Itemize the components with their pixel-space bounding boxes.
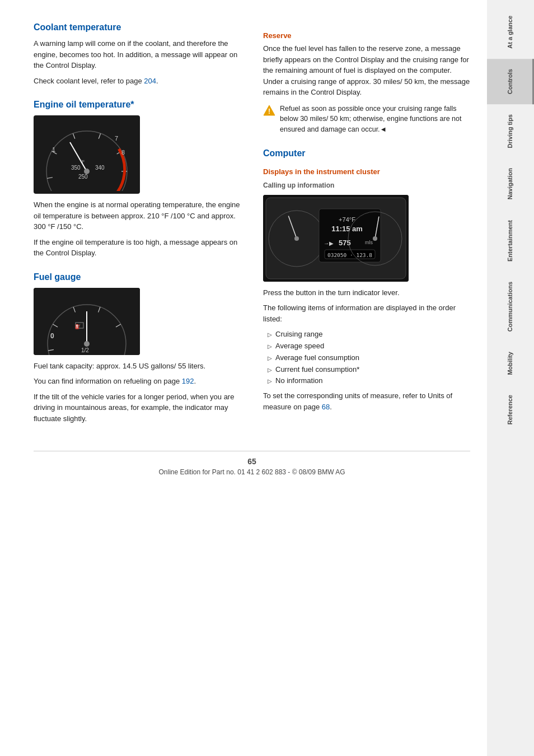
svg-text:→▶: →▶ — [324, 240, 334, 246]
computer-heading: Computer — [263, 148, 470, 158]
fuel-link[interactable]: 192 — [182, 377, 194, 385]
col-right: Reserve Once the fuel level has fallen t… — [263, 22, 470, 428]
calling-up-heading: Calling up information — [263, 181, 470, 189]
coolant-body2: Check coolant level, refer to page 204. — [34, 76, 241, 87]
warning-triangle-icon: ! — [263, 104, 275, 116]
svg-text:032050 · 123.8: 032050 · 123.8 — [327, 252, 372, 258]
main-content: Coolant temperature A warning lamp will … — [0, 0, 487, 756]
gauge-svg: 1 7 8 350 340 250 °F — [36, 118, 137, 191]
displays-sub-heading: Displays in the instrument cluster — [263, 167, 470, 176]
svg-text:!: ! — [268, 108, 270, 115]
svg-point-48 — [373, 236, 377, 241]
sidebar-tab-controls[interactable]: Controls — [487, 59, 534, 104]
reserve-body1: Once the fuel level has fallen to the re… — [263, 43, 470, 98]
svg-text:7: 7 — [115, 135, 118, 142]
fuel-body1: Fuel tank capacity: approx. 14.5 US gall… — [34, 361, 241, 372]
sidebar-tab-entertainment[interactable]: Entertainment — [487, 210, 534, 272]
fuel-gauge-image: 0 1/2 ⛽ — [34, 288, 140, 355]
svg-text:mls: mls — [365, 240, 373, 245]
list-item: Cruising range — [263, 329, 470, 340]
sidebar-tab-navigation[interactable]: Navigation — [487, 158, 534, 209]
list-item: No information — [263, 375, 470, 387]
page-footer: 65 Online Edition for Part no. 01 41 2 6… — [34, 451, 470, 476]
svg-text:⛽: ⛽ — [75, 324, 81, 329]
copyright-text: Online Edition for Part no. 01 41 2 602 … — [34, 468, 470, 476]
cluster-svg: +74°F 11:15 am →▶ 575 mls 032050 · 123.8 — [263, 195, 409, 282]
page-number: 65 — [34, 457, 470, 466]
svg-text:340: 340 — [95, 165, 105, 171]
svg-point-16 — [84, 169, 90, 174]
list-item: Current fuel consumption* — [263, 364, 470, 376]
svg-text:1: 1 — [52, 146, 55, 153]
sidebar-tab-driving-tips[interactable]: Driving tips — [487, 104, 534, 158]
svg-text:0: 0 — [50, 332, 54, 340]
svg-text:11:15 am: 11:15 am — [331, 225, 363, 233]
engine-oil-heading: Engine oil temperature* — [34, 100, 241, 110]
coolant-link[interactable]: 204 — [144, 77, 156, 85]
computer-body2: The following items of information are d… — [263, 302, 470, 324]
engine-oil-body1: When the engine is at normal operating t… — [34, 199, 241, 232]
engine-oil-gauge-image: 1 7 8 350 340 250 °F — [34, 115, 140, 194]
sidebar-tab-communications[interactable]: Communications — [487, 272, 534, 342]
sidebar-tab-reference[interactable]: Reference — [487, 385, 534, 435]
col-left: Coolant temperature A warning lamp will … — [34, 22, 241, 428]
svg-text:1/2: 1/2 — [81, 347, 89, 353]
list-item: Average fuel consumption — [263, 352, 470, 364]
list-item: Average speed — [263, 340, 470, 352]
svg-text:+74°F: +74°F — [339, 216, 355, 223]
svg-text:250: 250 — [78, 174, 88, 180]
computer-body1: Press the button in the turn indicator l… — [263, 287, 470, 298]
units-link[interactable]: 68 — [322, 403, 330, 411]
coolant-heading: Coolant temperature — [34, 22, 241, 32]
fuel-gauge-svg: 0 1/2 ⛽ — [34, 288, 140, 355]
fuel-gauge-heading: Fuel gauge — [34, 272, 241, 282]
computer-body3: To set the corresponding units of measur… — [263, 390, 470, 412]
warning-text: Refuel as soon as possible once your cru… — [280, 104, 470, 135]
svg-text:350: 350 — [71, 165, 81, 171]
sidebar-tab-mobility[interactable]: Mobility — [487, 342, 534, 385]
sidebar-tab-at-a-glance[interactable]: At a glance — [487, 6, 534, 59]
svg-point-46 — [294, 236, 299, 241]
svg-text:°F: °F — [80, 159, 85, 164]
svg-text:8: 8 — [121, 149, 125, 156]
fuel-body2: You can find information on refueling on… — [34, 376, 241, 387]
sidebar: At a glanceControlsDriving tipsNavigatio… — [487, 0, 534, 756]
reserve-heading: Reserve — [263, 31, 470, 40]
cluster-display-image: +74°F 11:15 am →▶ 575 mls 032050 · 123.8 — [263, 195, 409, 282]
svg-point-28 — [84, 341, 90, 347]
computer-info-list: Cruising rangeAverage speedAverage fuel … — [263, 329, 470, 387]
coolant-body1: A warning lamp will come on if the coola… — [34, 38, 241, 71]
warning-box: ! Refuel as soon as possible once your c… — [263, 104, 470, 135]
engine-oil-body2: If the engine oil temperature is too hig… — [34, 237, 241, 259]
fuel-body3: If the tilt of the vehicle varies for a … — [34, 391, 241, 424]
